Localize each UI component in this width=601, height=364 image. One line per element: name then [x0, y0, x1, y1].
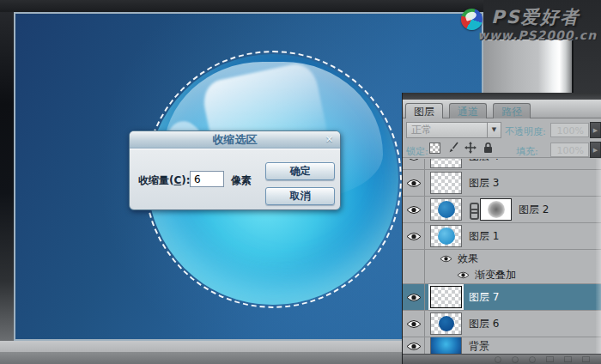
layer-thumbnail[interactable]: [430, 337, 462, 354]
effects-header-row[interactable]: 效果: [403, 250, 601, 267]
new-layer-icon[interactable]: [564, 356, 572, 362]
visibility-toggle[interactable]: [403, 284, 425, 311]
lock-paint-brush-icon[interactable]: [446, 142, 458, 154]
layer-style-icon[interactable]: [512, 356, 519, 363]
visibility-toggle[interactable]: [403, 170, 425, 197]
link-layers-icon[interactable]: [495, 356, 501, 363]
lock-label: 锁定:: [406, 145, 428, 158]
eye-icon: [406, 179, 422, 188]
layer-row[interactable]: 图层 1: [403, 223, 601, 250]
layer-row[interactable]: 图层 6: [403, 311, 601, 337]
layer-name: 图层 7: [469, 290, 499, 305]
opacity-spinner-button[interactable]: ▶: [590, 122, 601, 138]
visibility-toggle[interactable]: [403, 311, 425, 337]
gradient-overlay-row[interactable]: 渐变叠加: [403, 267, 601, 284]
opacity-field[interactable]: 100%: [550, 123, 589, 137]
eye-icon: [406, 159, 422, 161]
chevron-down-icon: ▼: [487, 123, 501, 137]
effects-visibility-toggle[interactable]: [440, 255, 452, 263]
opacity-label: 不透明度:: [505, 125, 546, 138]
watermark-brand: PS爱好者: [491, 5, 580, 29]
tab-channels[interactable]: 通道: [449, 103, 487, 118]
lock-move-icon[interactable]: [464, 142, 477, 154]
watermark: PS爱好者 www.PS2000.cn: [458, 3, 599, 43]
layers-panel: 图层 通道 路径 正常 ▼ 不透明度: 100% ▶ 锁定: 填充: 100% …: [402, 93, 601, 364]
layer-row-selected[interactable]: 图层 7: [403, 284, 601, 311]
background-panel-edge: [483, 39, 574, 93]
new-group-icon[interactable]: [546, 356, 554, 362]
panel-footer: [403, 354, 601, 364]
ps2000-logo-icon: [461, 9, 483, 30]
fill-spinner-button[interactable]: ▶: [590, 142, 601, 158]
dialog-body: 收缩量(C): 像素 确定 取消: [130, 149, 340, 210]
eye-icon: [457, 271, 470, 279]
pixels-unit-label: 像素: [231, 173, 252, 188]
layer-thumbnail[interactable]: [430, 172, 462, 194]
eye-icon: [406, 319, 422, 329]
eye-icon: [406, 342, 422, 351]
fill-label: 填充:: [516, 145, 538, 158]
lock-all-icon[interactable]: [483, 142, 494, 154]
layer-thumbnail[interactable]: [430, 312, 462, 335]
panel-tabs: 图层 通道 路径: [403, 100, 601, 118]
link-mask-icon[interactable]: [469, 203, 477, 217]
close-icon[interactable]: ✕: [323, 133, 336, 146]
gradient-overlay-label: 渐变叠加: [475, 268, 516, 282]
layer-name: 背景: [469, 339, 489, 354]
eye-column: [403, 250, 425, 267]
contract-amount-label: 收缩量(C):: [138, 173, 191, 188]
app-left-gutter: [0, 12, 14, 341]
tab-layers[interactable]: 图层: [405, 103, 443, 118]
layer-name: 图层 1: [469, 229, 499, 244]
layer-name: 图层 3: [469, 176, 499, 191]
visibility-toggle[interactable]: [403, 159, 425, 170]
eye-icon: [440, 255, 452, 263]
effect-visibility-toggle[interactable]: [457, 271, 470, 279]
layer-name: 图层 2: [519, 203, 549, 217]
tab-paths[interactable]: 路径: [493, 103, 531, 118]
layer-row[interactable]: 图层 2: [403, 197, 601, 223]
layer-row[interactable]: 图层 3: [403, 170, 601, 197]
visibility-toggle[interactable]: [403, 337, 425, 354]
layer-row[interactable]: 背景: [403, 337, 601, 354]
fill-field[interactable]: 100%: [550, 143, 589, 157]
layer-name: 图层 4: [469, 159, 499, 164]
layer-mask-icon[interactable]: [529, 356, 536, 363]
eye-icon: [406, 293, 422, 302]
lock-buttons: [429, 142, 494, 154]
blend-mode-value: 正常: [411, 124, 432, 136]
contract-amount-input[interactable]: [190, 171, 224, 187]
blend-mode-select[interactable]: 正常 ▼: [406, 122, 501, 138]
layer-name: 图层 6: [469, 317, 499, 331]
layer-thumbnail[interactable]: [430, 159, 462, 168]
eye-icon: [406, 232, 422, 241]
layer-thumbnail[interactable]: [430, 286, 462, 308]
layers-list: 图层 4 图层 3 图层 2 图层 1: [403, 159, 601, 354]
effects-label: 效果: [458, 252, 478, 266]
delete-layer-icon[interactable]: [582, 356, 590, 362]
visibility-toggle[interactable]: [403, 197, 425, 223]
panel-header-strip: [403, 93, 601, 100]
dialog-titlebar[interactable]: 收缩选区 ✕: [130, 131, 340, 149]
contract-selection-dialog: 收缩选区 ✕ 收缩量(C): 像素 确定 取消: [129, 130, 341, 210]
layer-row[interactable]: 图层 4: [403, 159, 601, 170]
visibility-toggle[interactable]: [403, 223, 425, 250]
eye-column: [403, 267, 425, 283]
layer-thumbnail[interactable]: [430, 225, 462, 247]
watermark-site: www.PS2000.cn: [477, 28, 597, 42]
layer-mask-thumbnail[interactable]: [480, 198, 512, 221]
lock-transparency-icon[interactable]: [429, 143, 440, 154]
eye-icon: [406, 205, 422, 215]
dialog-title: 收缩选区: [213, 133, 258, 146]
ok-button[interactable]: 确定: [265, 162, 335, 180]
cancel-button[interactable]: 取消: [265, 187, 335, 205]
layer-thumbnail[interactable]: [430, 198, 462, 221]
layer-controls: 正常 ▼ 不透明度: 100% ▶ 锁定: 填充: 100% ▶: [403, 118, 601, 158]
